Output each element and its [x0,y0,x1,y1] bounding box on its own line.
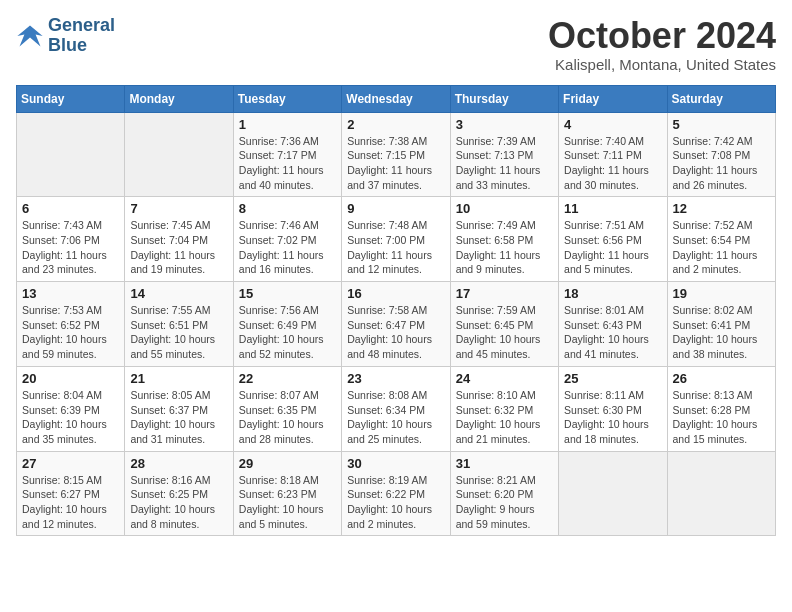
day-info: Sunrise: 7:58 AM Sunset: 6:47 PM Dayligh… [347,303,444,362]
week-row-4: 20Sunrise: 8:04 AM Sunset: 6:39 PM Dayli… [17,366,776,451]
day-info: Sunrise: 8:01 AM Sunset: 6:43 PM Dayligh… [564,303,661,362]
calendar-cell: 6Sunrise: 7:43 AM Sunset: 7:06 PM Daylig… [17,197,125,282]
calendar-cell: 30Sunrise: 8:19 AM Sunset: 6:22 PM Dayli… [342,451,450,536]
day-info: Sunrise: 7:43 AM Sunset: 7:06 PM Dayligh… [22,218,119,277]
day-number: 29 [239,456,336,471]
day-info: Sunrise: 7:48 AM Sunset: 7:00 PM Dayligh… [347,218,444,277]
calendar-cell: 23Sunrise: 8:08 AM Sunset: 6:34 PM Dayli… [342,366,450,451]
day-info: Sunrise: 7:36 AM Sunset: 7:17 PM Dayligh… [239,134,336,193]
title-area: October 2024 Kalispell, Montana, United … [548,16,776,73]
day-number: 28 [130,456,227,471]
header: General Blue October 2024 Kalispell, Mon… [16,16,776,73]
weekday-header-monday: Monday [125,85,233,112]
day-number: 4 [564,117,661,132]
weekday-header-tuesday: Tuesday [233,85,341,112]
calendar-cell: 28Sunrise: 8:16 AM Sunset: 6:25 PM Dayli… [125,451,233,536]
day-info: Sunrise: 7:39 AM Sunset: 7:13 PM Dayligh… [456,134,553,193]
calendar-cell: 18Sunrise: 8:01 AM Sunset: 6:43 PM Dayli… [559,282,667,367]
day-info: Sunrise: 7:45 AM Sunset: 7:04 PM Dayligh… [130,218,227,277]
day-info: Sunrise: 8:19 AM Sunset: 6:22 PM Dayligh… [347,473,444,532]
day-info: Sunrise: 7:38 AM Sunset: 7:15 PM Dayligh… [347,134,444,193]
day-info: Sunrise: 8:13 AM Sunset: 6:28 PM Dayligh… [673,388,770,447]
day-info: Sunrise: 7:49 AM Sunset: 6:58 PM Dayligh… [456,218,553,277]
weekday-header-thursday: Thursday [450,85,558,112]
day-number: 10 [456,201,553,216]
day-number: 9 [347,201,444,216]
calendar-cell: 1Sunrise: 7:36 AM Sunset: 7:17 PM Daylig… [233,112,341,197]
calendar-cell: 21Sunrise: 8:05 AM Sunset: 6:37 PM Dayli… [125,366,233,451]
calendar-cell: 10Sunrise: 7:49 AM Sunset: 6:58 PM Dayli… [450,197,558,282]
day-number: 1 [239,117,336,132]
day-info: Sunrise: 8:08 AM Sunset: 6:34 PM Dayligh… [347,388,444,447]
day-number: 15 [239,286,336,301]
calendar-cell: 2Sunrise: 7:38 AM Sunset: 7:15 PM Daylig… [342,112,450,197]
day-number: 2 [347,117,444,132]
calendar-cell [559,451,667,536]
calendar-cell: 12Sunrise: 7:52 AM Sunset: 6:54 PM Dayli… [667,197,775,282]
day-info: Sunrise: 8:21 AM Sunset: 6:20 PM Dayligh… [456,473,553,532]
day-number: 5 [673,117,770,132]
calendar-cell: 11Sunrise: 7:51 AM Sunset: 6:56 PM Dayli… [559,197,667,282]
day-number: 20 [22,371,119,386]
day-info: Sunrise: 7:53 AM Sunset: 6:52 PM Dayligh… [22,303,119,362]
day-number: 11 [564,201,661,216]
day-number: 3 [456,117,553,132]
svg-marker-0 [17,25,42,46]
day-info: Sunrise: 7:51 AM Sunset: 6:56 PM Dayligh… [564,218,661,277]
day-number: 26 [673,371,770,386]
day-number: 21 [130,371,227,386]
calendar-cell: 31Sunrise: 8:21 AM Sunset: 6:20 PM Dayli… [450,451,558,536]
day-info: Sunrise: 7:56 AM Sunset: 6:49 PM Dayligh… [239,303,336,362]
week-row-1: 1Sunrise: 7:36 AM Sunset: 7:17 PM Daylig… [17,112,776,197]
day-info: Sunrise: 7:42 AM Sunset: 7:08 PM Dayligh… [673,134,770,193]
day-number: 30 [347,456,444,471]
logo-text: General Blue [48,16,115,56]
day-info: Sunrise: 7:59 AM Sunset: 6:45 PM Dayligh… [456,303,553,362]
weekday-header-saturday: Saturday [667,85,775,112]
calendar-cell: 22Sunrise: 8:07 AM Sunset: 6:35 PM Dayli… [233,366,341,451]
calendar-cell [667,451,775,536]
day-info: Sunrise: 8:04 AM Sunset: 6:39 PM Dayligh… [22,388,119,447]
week-row-5: 27Sunrise: 8:15 AM Sunset: 6:27 PM Dayli… [17,451,776,536]
day-number: 13 [22,286,119,301]
calendar-cell: 4Sunrise: 7:40 AM Sunset: 7:11 PM Daylig… [559,112,667,197]
day-info: Sunrise: 8:16 AM Sunset: 6:25 PM Dayligh… [130,473,227,532]
day-info: Sunrise: 7:55 AM Sunset: 6:51 PM Dayligh… [130,303,227,362]
day-number: 17 [456,286,553,301]
day-number: 25 [564,371,661,386]
calendar-cell: 24Sunrise: 8:10 AM Sunset: 6:32 PM Dayli… [450,366,558,451]
day-number: 23 [347,371,444,386]
day-info: Sunrise: 7:52 AM Sunset: 6:54 PM Dayligh… [673,218,770,277]
calendar-cell: 16Sunrise: 7:58 AM Sunset: 6:47 PM Dayli… [342,282,450,367]
day-info: Sunrise: 7:46 AM Sunset: 7:02 PM Dayligh… [239,218,336,277]
day-number: 27 [22,456,119,471]
calendar-cell: 15Sunrise: 7:56 AM Sunset: 6:49 PM Dayli… [233,282,341,367]
calendar-table: SundayMondayTuesdayWednesdayThursdayFrid… [16,85,776,537]
location-title: Kalispell, Montana, United States [548,56,776,73]
day-number: 8 [239,201,336,216]
calendar-cell: 29Sunrise: 8:18 AM Sunset: 6:23 PM Dayli… [233,451,341,536]
calendar-cell: 3Sunrise: 7:39 AM Sunset: 7:13 PM Daylig… [450,112,558,197]
week-row-3: 13Sunrise: 7:53 AM Sunset: 6:52 PM Dayli… [17,282,776,367]
calendar-cell: 9Sunrise: 7:48 AM Sunset: 7:00 PM Daylig… [342,197,450,282]
day-number: 16 [347,286,444,301]
day-info: Sunrise: 8:18 AM Sunset: 6:23 PM Dayligh… [239,473,336,532]
day-info: Sunrise: 8:11 AM Sunset: 6:30 PM Dayligh… [564,388,661,447]
calendar-cell: 19Sunrise: 8:02 AM Sunset: 6:41 PM Dayli… [667,282,775,367]
calendar-cell: 8Sunrise: 7:46 AM Sunset: 7:02 PM Daylig… [233,197,341,282]
calendar-cell: 17Sunrise: 7:59 AM Sunset: 6:45 PM Dayli… [450,282,558,367]
day-number: 19 [673,286,770,301]
calendar-cell: 27Sunrise: 8:15 AM Sunset: 6:27 PM Dayli… [17,451,125,536]
day-info: Sunrise: 8:15 AM Sunset: 6:27 PM Dayligh… [22,473,119,532]
day-info: Sunrise: 7:40 AM Sunset: 7:11 PM Dayligh… [564,134,661,193]
day-number: 18 [564,286,661,301]
day-number: 7 [130,201,227,216]
logo-icon [16,22,44,50]
day-number: 14 [130,286,227,301]
calendar-cell: 20Sunrise: 8:04 AM Sunset: 6:39 PM Dayli… [17,366,125,451]
day-info: Sunrise: 8:10 AM Sunset: 6:32 PM Dayligh… [456,388,553,447]
calendar-cell: 26Sunrise: 8:13 AM Sunset: 6:28 PM Dayli… [667,366,775,451]
day-info: Sunrise: 8:07 AM Sunset: 6:35 PM Dayligh… [239,388,336,447]
calendar-cell: 5Sunrise: 7:42 AM Sunset: 7:08 PM Daylig… [667,112,775,197]
day-number: 12 [673,201,770,216]
